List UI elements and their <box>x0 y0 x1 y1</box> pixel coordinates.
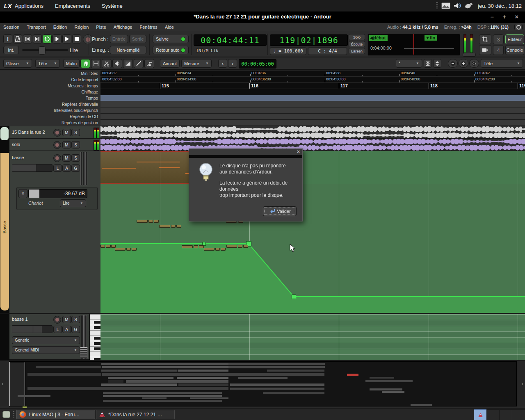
midi-note[interactable] <box>176 225 181 228</box>
shuttle-mode-label[interactable]: Lire <box>70 48 78 53</box>
play-button[interactable] <box>62 34 71 43</box>
edit-mode-dropdown[interactable]: Glisse▼ <box>3 59 32 68</box>
follow-playhead-button[interactable]: Suivre <box>153 35 189 43</box>
grid-unit-dropdown[interactable]: Mesure▼ <box>181 59 212 68</box>
mute-button[interactable]: M <box>62 316 71 323</box>
dialog-ok-button[interactable]: Valider <box>263 206 297 216</box>
distro-logo-icon[interactable]: LX <box>3 1 12 10</box>
range-end-marker[interactable]: ▼fin <box>425 35 437 41</box>
dialog-titlebar[interactable]: × <box>189 149 302 155</box>
mute-button[interactable]: M <box>62 154 71 162</box>
show-desktop-button[interactable] <box>1 410 11 419</box>
tool-tray-icon[interactable] <box>465 2 473 9</box>
panel-menu-système[interactable]: Système <box>102 3 123 9</box>
midi-note[interactable] <box>111 245 116 248</box>
loop-button[interactable] <box>43 34 52 43</box>
nudge-back-button[interactable]: ‹ <box>218 59 227 68</box>
workspace-4[interactable] <box>512 409 525 420</box>
track-name[interactable]: 15 Dans la rue 2 <box>12 130 45 135</box>
black-key[interactable] <box>94 326 100 329</box>
track-name[interactable]: basse <box>12 155 24 160</box>
track-header-basse[interactable]: basse M S L A G × -39.67 dB Chariot <box>9 151 100 313</box>
audio1-region[interactable] <box>100 126 525 139</box>
midi-note-line[interactable] <box>137 162 180 162</box>
ruler-loop-punch[interactable] <box>100 107 525 114</box>
record-enable-button[interactable] <box>53 141 61 149</box>
track-header-basse1[interactable]: basse 1 M S L A G Generic▼ General MIDI▼ <box>9 314 100 360</box>
window-3-button[interactable]: 3 <box>493 34 504 44</box>
solo-button[interactable]: S <box>71 141 80 148</box>
workspace-2[interactable] <box>486 409 500 420</box>
secondary-clock[interactable]: 119|02|1896 <box>270 34 348 46</box>
mini-timeline[interactable]: ◀début ▼fin 0:04:00:00 <box>368 34 460 56</box>
volume-tray-icon[interactable] <box>454 2 461 9</box>
midi-note[interactable] <box>159 225 170 228</box>
menu-aide[interactable]: Aide <box>165 25 174 30</box>
smart-mode-button[interactable]: Malin <box>63 59 80 68</box>
feedback-indicator-button[interactable]: Larsen <box>349 48 365 54</box>
window-4-button[interactable]: 4 <box>493 45 504 55</box>
mixer-icon-button[interactable] <box>479 45 491 55</box>
punch-in-button[interactable]: Entrée <box>110 35 128 43</box>
group-tab-basse[interactable]: Basse <box>0 153 9 310</box>
meter-peak-display[interactable] <box>463 53 476 57</box>
fit-tracks-button[interactable] <box>424 59 432 68</box>
menu-édition[interactable]: Édition <box>53 25 67 30</box>
menu-transport[interactable]: Transport <box>27 25 46 30</box>
punch-out-button[interactable]: Sortie <box>129 35 146 43</box>
window-titlebar[interactable]: *Dans la rue 27 12 21 pour guitare éclec… <box>0 11 525 23</box>
midi-note[interactable] <box>204 248 215 251</box>
range-tool-button[interactable] <box>91 59 101 68</box>
edit-automation-tool-button[interactable] <box>144 59 154 68</box>
midi-region-green[interactable] <box>265 151 525 184</box>
expand-tracks-button[interactable] <box>433 59 441 68</box>
snap-mode-button[interactable]: Aimant <box>160 59 180 68</box>
range-start-marker[interactable]: ◀début <box>369 35 388 41</box>
midi-note[interactable] <box>182 245 193 248</box>
ruler-tempo[interactable] <box>100 95 525 101</box>
panel-clock[interactable]: jeu. 30 déc., 18:12 <box>478 3 522 9</box>
summary-scroll-left[interactable]: ‹ <box>2 380 4 387</box>
summary-scroll-right[interactable]: › <box>521 380 523 387</box>
midi-bank-dropdown[interactable]: General MIDI▼ <box>12 346 80 354</box>
ruler-minsec[interactable]: 00:04:3200:04:3400:04:3600:04:3800:04:40… <box>100 71 525 77</box>
midi-note-line[interactable] <box>102 168 136 169</box>
midi-note[interactable] <box>221 248 226 251</box>
ruler-range-markers[interactable] <box>100 101 525 107</box>
audio2-region[interactable] <box>100 139 525 151</box>
dialog-close-button[interactable]: × <box>297 149 300 155</box>
midi-note[interactable] <box>194 245 198 248</box>
menu-session[interactable]: Session <box>3 25 19 30</box>
taskbar-grip[interactable] <box>13 411 14 418</box>
midi-note[interactable] <box>132 248 137 251</box>
editor-window-button[interactable]: Éditeur <box>505 34 524 44</box>
listen-indicator-button[interactable]: Écoute <box>349 41 365 47</box>
midi-note[interactable] <box>106 245 111 248</box>
meter-button[interactable]: C : 4/4 <box>308 47 347 55</box>
panel-menu-applications[interactable]: Applications <box>15 3 43 9</box>
minimize-button[interactable]: – <box>491 13 494 20</box>
record-enable-button[interactable] <box>53 316 61 324</box>
zoom-out-button[interactable] <box>448 59 458 68</box>
ruler-chiffrage[interactable] <box>100 89 525 95</box>
track-name[interactable]: basse 1 <box>12 317 28 322</box>
shuttle-slider[interactable] <box>22 49 68 51</box>
automation-curve[interactable] <box>100 184 525 313</box>
midi-note[interactable] <box>215 248 220 251</box>
menu-piste[interactable]: Piste <box>96 25 106 30</box>
midi-note[interactable] <box>126 248 131 251</box>
midi-model-dropdown[interactable]: Generic▼ <box>12 336 80 344</box>
automation-point[interactable] <box>292 294 296 299</box>
solo-button[interactable]: S <box>71 154 80 162</box>
close-automation-button[interactable]: × <box>18 189 27 198</box>
solo-indicator-button[interactable]: Solo <box>349 34 365 40</box>
playlist-button[interactable]: L <box>53 164 62 172</box>
piano-keyboard[interactable] <box>89 314 100 360</box>
ruler-bars[interactable]: 115116117118119 <box>100 83 525 89</box>
audition-tool-button[interactable] <box>112 59 122 68</box>
midi-note-line[interactable] <box>159 167 180 168</box>
nudge-forward-button[interactable]: › <box>228 59 237 68</box>
int-button[interactable]: Int. <box>3 46 19 54</box>
ruler-location-markers[interactable] <box>100 120 525 126</box>
crop-view-button[interactable] <box>479 34 491 44</box>
